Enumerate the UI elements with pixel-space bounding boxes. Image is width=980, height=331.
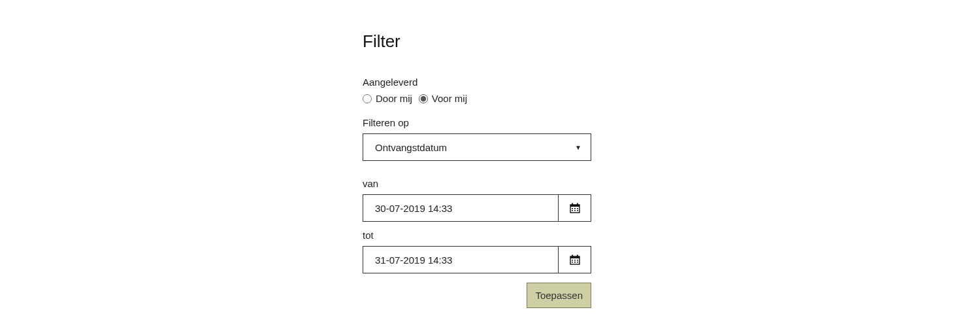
van-calendar-button[interactable] xyxy=(559,194,591,222)
tot-calendar-button[interactable] xyxy=(559,246,591,273)
tot-row: 31-07-2019 14:33 xyxy=(363,246,591,273)
svg-rect-15 xyxy=(574,260,576,261)
svg-rect-4 xyxy=(572,208,573,209)
radio-door-mij[interactable] xyxy=(363,94,372,103)
calendar-icon xyxy=(570,203,580,213)
tot-input[interactable]: 31-07-2019 14:33 xyxy=(363,246,559,273)
radio-voor-mij[interactable] xyxy=(419,94,428,103)
svg-rect-3 xyxy=(576,203,578,205)
van-label: van xyxy=(363,178,595,189)
aangeleverd-radios: Door mij Voor mij xyxy=(363,93,595,104)
submit-row: Toepassen xyxy=(363,283,591,308)
svg-rect-9 xyxy=(577,210,578,211)
calendar-icon xyxy=(570,254,580,265)
filteren-op-label: Filteren op xyxy=(363,117,595,128)
van-row: 30-07-2019 14:33 xyxy=(363,194,591,222)
radio-door-mij-label[interactable]: Door mij xyxy=(376,93,412,104)
svg-rect-12 xyxy=(572,255,573,257)
aangeleverd-label: Aangeleverd xyxy=(363,77,595,88)
svg-rect-2 xyxy=(572,203,573,205)
page-title: Filter xyxy=(363,31,595,52)
svg-rect-7 xyxy=(572,210,573,211)
toepassen-button[interactable]: Toepassen xyxy=(527,283,591,308)
svg-rect-16 xyxy=(577,260,578,261)
tot-label: tot xyxy=(363,230,595,241)
svg-rect-17 xyxy=(572,262,573,263)
chevron-down-icon: ▼ xyxy=(575,144,581,151)
svg-rect-19 xyxy=(577,262,578,263)
svg-rect-18 xyxy=(574,262,576,263)
svg-rect-1 xyxy=(570,205,580,207)
van-input[interactable]: 30-07-2019 14:33 xyxy=(363,194,559,222)
radio-voor-mij-label[interactable]: Voor mij xyxy=(432,93,467,104)
svg-rect-5 xyxy=(574,208,576,209)
filter-form: Filter Aangeleverd Door mij Voor mij Fil… xyxy=(363,31,595,308)
svg-rect-14 xyxy=(572,260,573,261)
svg-rect-6 xyxy=(577,208,578,209)
filteren-op-value: Ontvangstdatum xyxy=(375,142,447,153)
filteren-op-select[interactable]: Ontvangstdatum ▼ xyxy=(363,133,591,161)
svg-rect-8 xyxy=(574,210,576,211)
svg-rect-11 xyxy=(570,256,580,258)
svg-rect-13 xyxy=(576,255,578,257)
